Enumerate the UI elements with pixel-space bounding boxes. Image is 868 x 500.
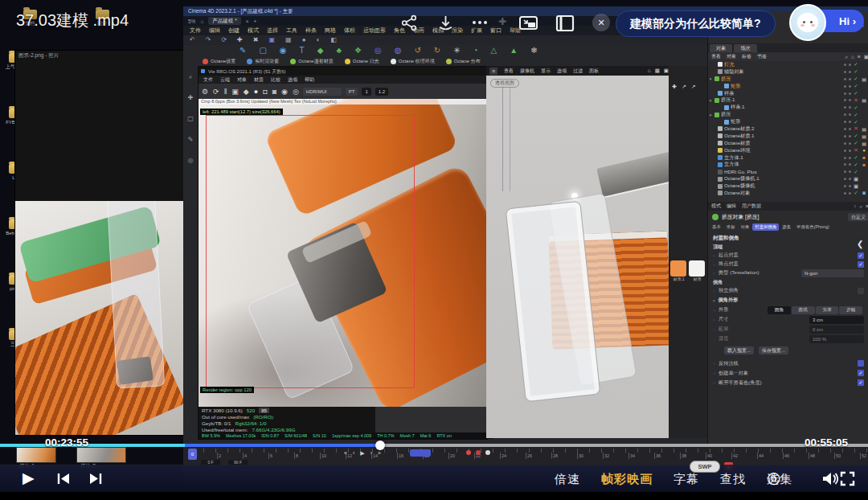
- toolbar-icon[interactable]: ◐: [316, 35, 320, 45]
- save-preset-button[interactable]: 保存预置...: [759, 346, 788, 355]
- attr-row-separate-bevel[interactable]: ○独立倒角: [713, 286, 864, 295]
- attr-row-start-cap[interactable]: ○起点封盖 ✓: [713, 251, 864, 260]
- c4d-menu-item[interactable]: 模式: [248, 27, 259, 35]
- lv-menu-item[interactable]: 文件: [203, 76, 213, 84]
- lv-menu-item[interactable]: 帮助: [305, 76, 314, 84]
- enable-check[interactable]: ✓: [853, 105, 859, 111]
- attr-row-size[interactable]: ○尺寸 3 cm: [713, 315, 864, 324]
- gizmo-icon[interactable]: ✚: [672, 82, 677, 92]
- volume-button[interactable]: [821, 471, 839, 486]
- lv-menu-item[interactable]: 比较: [271, 76, 280, 84]
- render-dot[interactable]: [849, 157, 851, 159]
- visibility-dot[interactable]: [844, 142, 846, 145]
- object-row[interactable]: Octane环境 ✕ ●: [708, 147, 868, 154]
- previous-button[interactable]: [56, 472, 71, 486]
- attr-row-depth[interactable]: ○深度 100 %: [713, 334, 864, 343]
- c4d-doc-add[interactable]: +: [253, 18, 256, 24]
- om-menu-item[interactable]: 标签: [742, 53, 751, 60]
- attr-bottom-row[interactable]: ○创建单一对象 ✓: [713, 368, 864, 378]
- attr-tab[interactable]: 对象: [739, 223, 752, 231]
- load-preset-button[interactable]: 载入预置...: [724, 346, 754, 355]
- attr-row-end-cap[interactable]: ○终点封盖 ✓: [713, 260, 864, 268]
- cinema-quality-button[interactable]: 帧彩映画: [601, 472, 653, 487]
- lv-tool-icon[interactable]: ◆: [244, 87, 249, 96]
- attr-tab[interactable]: 坐标: [724, 223, 738, 231]
- timeline-marker[interactable]: 0: [188, 449, 197, 460]
- lv-tool-icon[interactable]: ●: [254, 87, 258, 96]
- object-row[interactable]: ▾ 挤压 ✓ ▤: [708, 76, 868, 83]
- c4d-menu-item[interactable]: 运动图形: [363, 27, 386, 35]
- om-tab[interactable]: 对象: [710, 44, 732, 52]
- attr-menu-item[interactable]: 编辑: [727, 203, 736, 210]
- render-dot[interactable]: [849, 192, 851, 195]
- find-button[interactable]: 查找: [720, 472, 746, 487]
- object-row[interactable]: Octane材质.2 ✕ ▤: [708, 125, 868, 133]
- render-dot[interactable]: [849, 185, 851, 187]
- toolbar-icon[interactable]: ▣: [269, 35, 276, 45]
- enable-check[interactable]: ✓: [853, 76, 859, 82]
- shape-option-button[interactable]: 步幅: [839, 306, 862, 314]
- home-icon[interactable]: ⌂: [200, 18, 203, 24]
- lv-kernel-dropdown[interactable]: HDR/MUI: [303, 88, 342, 96]
- timeline-ruler[interactable]: 0246810121416182022242628303234363840424…: [191, 453, 868, 459]
- c4d-menu-item[interactable]: 体积: [344, 27, 355, 35]
- object-tag-icon[interactable]: ▤: [861, 76, 867, 82]
- object-row[interactable]: 矩形 ✓: [708, 83, 868, 90]
- enable-check[interactable]: ✕: [853, 147, 859, 154]
- burger-icon[interactable]: ≡: [489, 68, 497, 75]
- visibility-dot[interactable]: [844, 157, 846, 159]
- octane-button[interactable]: Octane 日光: [345, 58, 379, 65]
- record-mode-button[interactable]: ◎: [767, 468, 780, 487]
- om-tab[interactable]: 场次: [734, 44, 756, 52]
- render-dot[interactable]: [849, 85, 851, 88]
- om-menu-item[interactable]: 查看: [711, 53, 721, 60]
- enable-check[interactable]: ▣: [853, 176, 859, 182]
- download-button[interactable]: [437, 14, 454, 31]
- object-row[interactable]: 立方体 ✓ ■: [708, 161, 868, 168]
- object-tag-icon[interactable]: ▤: [861, 133, 867, 139]
- transport-icon[interactable]: ‹: [353, 449, 354, 458]
- depth-field[interactable]: 100 %: [809, 335, 864, 343]
- gizmo-icon[interactable]: ↗: [682, 82, 686, 92]
- lv-menu-item[interactable]: 云端: [220, 76, 230, 84]
- toolbar-icon[interactable]: ◉: [280, 46, 287, 55]
- vp-menu-item[interactable]: 显示: [541, 68, 551, 75]
- visibility-dot[interactable]: [844, 85, 846, 88]
- tool-icon[interactable]: ⌕: [189, 72, 192, 82]
- more-button[interactable]: [473, 21, 487, 24]
- lv-tool-icon[interactable]: ◙: [272, 87, 276, 96]
- toolbar-icon[interactable]: ◍: [395, 46, 402, 55]
- visibility-dot[interactable]: [844, 135, 846, 137]
- type-dropdown[interactable]: N-gon: [801, 269, 864, 277]
- checkbox[interactable]: [858, 360, 864, 367]
- visibility-dot[interactable]: [844, 128, 846, 130]
- assistant-avatar[interactable]: [789, 4, 826, 41]
- enable-check[interactable]: ✓: [853, 154, 859, 161]
- attr-toolbar-icon[interactable]: ↑: [854, 202, 856, 211]
- om-menu-item[interactable]: 对象: [727, 53, 736, 60]
- next-button[interactable]: [88, 472, 103, 486]
- question-bubble[interactable]: 建模部分为什么比较简单?: [616, 10, 776, 37]
- progress-thumb[interactable]: [375, 441, 385, 450]
- attr-bottom-row[interactable]: ○反转法线: [713, 359, 864, 368]
- render-dot[interactable]: [849, 106, 851, 109]
- vp-menu-item[interactable]: 摄像机: [520, 68, 534, 75]
- vp-view-label[interactable]: 透视视图: [490, 79, 519, 88]
- shape-option-button[interactable]: 圆角: [768, 306, 791, 314]
- object-row[interactable]: 样条 ✓: [708, 90, 868, 97]
- render-dot[interactable]: [849, 142, 851, 145]
- material-thumbnail[interactable]: 材质.1: [670, 260, 687, 282]
- subtitles-button[interactable]: 字幕: [674, 472, 699, 487]
- attr-tab[interactable]: 选集: [780, 223, 793, 231]
- attr-toolbar-icon[interactable]: ⌕: [860, 202, 863, 211]
- tool-icon[interactable]: ✎: [188, 135, 194, 145]
- c4d-menu-item[interactable]: 扩展: [471, 27, 482, 35]
- render-dot[interactable]: [849, 163, 851, 166]
- toolbar-icon[interactable]: ❖: [354, 46, 362, 55]
- attr-row-extension[interactable]: ○延展 0 cm: [713, 325, 864, 334]
- enable-check[interactable]: ✓: [853, 169, 859, 175]
- share-button[interactable]: [401, 14, 418, 31]
- play-button[interactable]: ▶: [23, 469, 35, 487]
- toolbar-icon[interactable]: ▲: [510, 46, 518, 55]
- object-row[interactable]: 样条.1 ✓: [708, 104, 868, 111]
